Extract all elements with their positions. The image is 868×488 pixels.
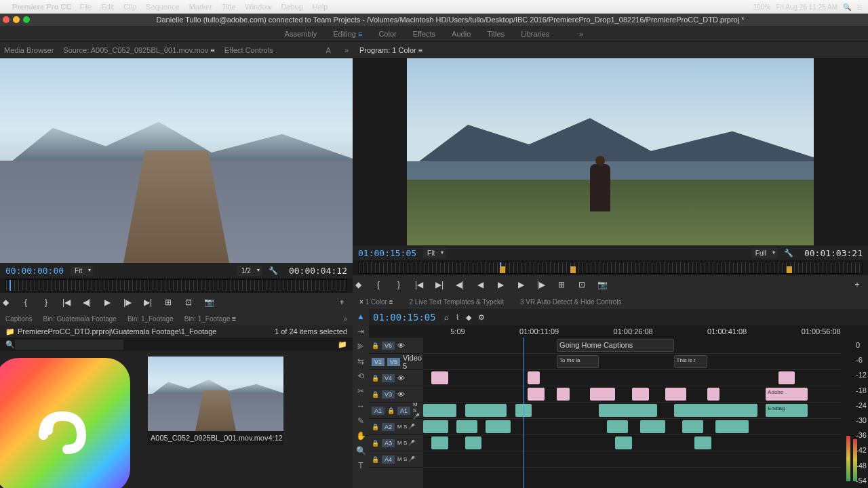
ws-overflow-icon[interactable]: » <box>579 30 583 38</box>
lift-icon[interactable]: ⊞ <box>556 280 567 289</box>
menu-clip[interactable]: Clip <box>123 3 136 11</box>
ws-libraries[interactable]: Libraries <box>521 30 549 38</box>
step-fwd-icon[interactable]: |▶ <box>536 280 547 289</box>
program-tc-in[interactable]: 01:00:15:05 <box>358 248 416 258</box>
seq-tab-2[interactable]: 2 Live Text Templates & Typekit <box>410 298 505 306</box>
menu-window[interactable]: Window <box>245 3 271 11</box>
rolling-tool-icon[interactable]: ⇆ <box>355 357 366 367</box>
ws-effects[interactable]: Effects <box>413 30 435 38</box>
track-v4[interactable]: 🔒V4👁 <box>369 370 423 386</box>
tab-captions[interactable]: Captions <box>5 315 32 323</box>
source-res-select[interactable]: 1/2 <box>237 266 262 276</box>
program-video[interactable] <box>407 58 814 245</box>
menu-icon[interactable]: ☰ <box>856 3 863 11</box>
ws-editing[interactable]: Editing ≡ <box>333 30 362 38</box>
menu-debug[interactable]: Debug <box>281 3 302 11</box>
proj-overflow-icon[interactable]: » <box>343 315 347 323</box>
source-tc-in[interactable]: 00:00:00:00 <box>5 266 64 276</box>
minimize-icon[interactable] <box>13 16 20 23</box>
mark-in-icon[interactable]: { <box>373 280 384 289</box>
track-a4[interactable]: 🔒A4M S 🎤 <box>369 451 423 468</box>
goto-out-icon[interactable]: ▶| <box>142 298 153 307</box>
ws-color[interactable]: Color <box>378 30 396 38</box>
tab-bin-footage-2[interactable]: Bin: 1_Footage ≡ <box>184 315 236 323</box>
seq-tab-3[interactable]: 3 VR Auto Detect & Hide Controls <box>520 298 622 306</box>
adobe-clip[interactable]: Adobe <box>766 388 808 401</box>
menu-file[interactable]: File <box>79 3 92 11</box>
menu-sequence[interactable]: Sequence <box>146 3 180 11</box>
extract-icon[interactable]: ⊡ <box>576 280 587 289</box>
program-quality-select[interactable]: Full <box>751 248 777 258</box>
traffic-lights[interactable] <box>3 16 30 23</box>
ws-assembly[interactable]: Assembly <box>285 30 317 38</box>
prev-frame-icon[interactable]: ◀ <box>475 280 486 289</box>
play-icon[interactable]: ▶ <box>102 298 113 307</box>
export-frame-icon[interactable]: 📷 <box>597 280 608 289</box>
caption-text-2[interactable]: This is r <box>674 355 707 368</box>
tab-source[interactable]: Source: A005_C052_0925BL_001.mov.mov ≡ <box>63 46 214 54</box>
add-button-icon[interactable]: + <box>336 298 347 307</box>
zoom-tool-icon[interactable]: 🔍 <box>355 446 366 457</box>
insert-icon[interactable]: ⊞ <box>163 298 174 307</box>
maximize-icon[interactable] <box>23 16 30 23</box>
pen-tool-icon[interactable]: ✎ <box>355 416 366 427</box>
new-bin-icon[interactable]: 📁 <box>338 340 347 349</box>
tab-media-browser[interactable]: Media Browser <box>4 46 54 54</box>
overwrite-icon[interactable]: ⊡ <box>183 298 194 307</box>
tab-bin-guatemala[interactable]: Bin: Guatemala Footage <box>43 315 116 323</box>
play-icon[interactable]: ▶ <box>495 280 506 289</box>
settings-icon[interactable]: ⚙ <box>478 313 485 322</box>
clip-thumbnail[interactable]: A005_C052_0925BL_001.mov.mov4:12 <box>148 357 283 445</box>
search-icon[interactable]: 🔍 <box>843 3 851 11</box>
mark-out-icon[interactable]: } <box>393 280 404 289</box>
tab-effect-controls[interactable]: Effect Controls <box>224 46 273 54</box>
timeline-tc[interactable]: 01:00:15:05 <box>373 312 436 323</box>
source-zoom-select[interactable]: Fit <box>71 266 93 276</box>
tab-bin-footage-1[interactable]: Bin: 1_Footage <box>127 315 174 323</box>
track-a1[interactable]: A1🔒A1M S 🎤 <box>369 403 423 419</box>
type-tool-icon[interactable]: T <box>355 461 366 472</box>
goto-in-icon[interactable]: |◀ <box>61 298 72 307</box>
source-tab-extra[interactable]: A <box>326 46 331 54</box>
endtag-clip[interactable]: Endtag <box>766 404 808 417</box>
mark-out-icon[interactable]: } <box>41 298 52 307</box>
close-icon[interactable] <box>3 16 9 23</box>
marker-in-icon[interactable]: ◆ <box>0 298 11 307</box>
track-v6[interactable]: 🔒V6👁 <box>369 338 423 354</box>
selection-tool-icon[interactable]: ▲ <box>355 312 366 323</box>
ws-audio[interactable]: Audio <box>452 30 471 38</box>
step-back-icon[interactable]: ◀| <box>81 298 92 307</box>
slip-tool-icon[interactable]: ↔ <box>355 401 366 412</box>
link-icon[interactable]: ⌇ <box>456 313 459 322</box>
source-overflow-icon[interactable]: » <box>344 46 349 54</box>
track-v5[interactable]: V1V5Video 5 <box>369 354 423 370</box>
wrench-icon[interactable]: 🔧 <box>784 249 793 258</box>
source-video[interactable] <box>0 58 353 263</box>
track-a2[interactable]: 🔒A2M S 🎤 <box>369 419 423 435</box>
marker-add-icon[interactable]: ◆ <box>466 313 471 322</box>
add-button-icon[interactable]: + <box>852 280 863 289</box>
search-icon[interactable]: 🔍 <box>5 340 15 349</box>
timeline-content[interactable]: Going Home Captions To the la This is r <box>423 338 841 488</box>
timeline-ruler[interactable]: 5:09 01:00:11:09 01:00:26:08 01:00:41:08… <box>369 325 868 338</box>
ws-titles[interactable]: Titles <box>487 30 505 38</box>
next-frame-icon[interactable]: ▶ <box>515 280 526 289</box>
seq-tab-1[interactable]: × 1 Color ≡ <box>359 298 393 306</box>
razor-tool-icon[interactable]: ✂ <box>355 386 366 397</box>
export-frame-icon[interactable]: 📷 <box>203 298 214 307</box>
track-a3[interactable]: 🔒A3M S 🎤 <box>369 435 423 451</box>
ripple-tool-icon[interactable]: ⫸ <box>355 342 366 352</box>
step-back-icon[interactable]: ◀| <box>454 280 465 289</box>
hand-tool-icon[interactable]: ✋ <box>355 431 366 442</box>
menu-help[interactable]: Help <box>313 3 328 11</box>
caption-clip[interactable]: Going Home Captions <box>559 341 633 349</box>
mark-in-icon[interactable]: { <box>20 298 31 307</box>
track-select-icon[interactable]: ⇥ <box>355 327 366 338</box>
project-search-input[interactable] <box>15 340 123 350</box>
step-fwd-icon[interactable]: |▶ <box>122 298 133 307</box>
caption-text-1[interactable]: To the la <box>557 355 599 368</box>
menu-marker[interactable]: Marker <box>189 3 212 11</box>
track-v3[interactable]: 🔒V3👁 <box>369 386 423 403</box>
rate-tool-icon[interactable]: ⟲ <box>355 371 366 382</box>
program-title[interactable]: Program: 1 Color ≡ <box>359 46 422 54</box>
